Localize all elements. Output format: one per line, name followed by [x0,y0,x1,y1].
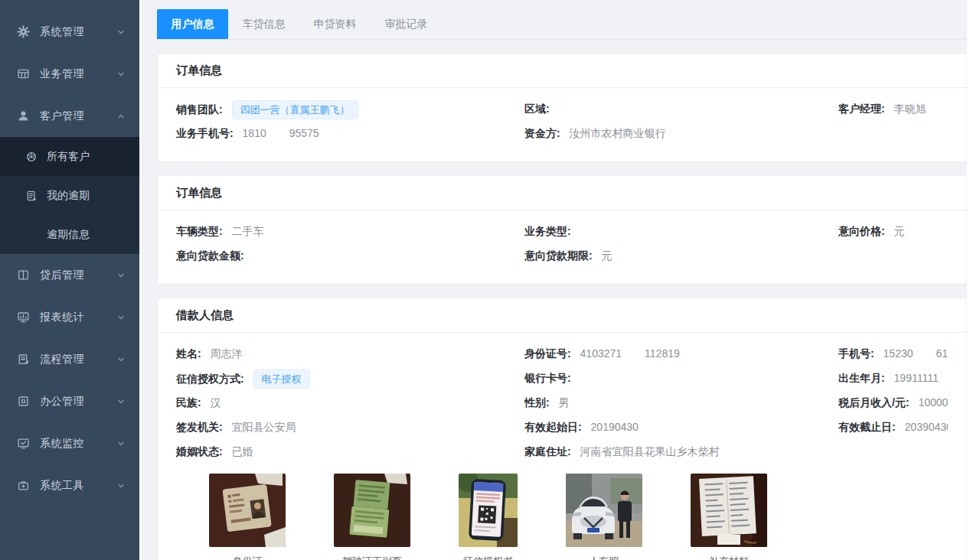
field-value: 元 [602,249,613,262]
card-title: 借款人信息 [158,298,966,333]
field-region: 区域: [524,103,838,116]
sidebar-item-report-statistics[interactable]: 报表统计 [0,296,139,338]
field-label: 区域: [524,103,550,115]
field-label: 税后月收入/元: [838,396,910,409]
sidebar-item-postloan-management[interactable]: 贷后管理 [0,254,139,296]
field-value: 二手车 [232,225,264,237]
field-label: 身份证号: [524,347,571,360]
field-gender: 性别: 男 [524,396,838,410]
order-info-card: 订单信息 销售团队: 四团一营（直属王鹏飞） 区域: 客户经理: 李晓旭 业务手… [157,53,967,162]
field-label: 出生年月: [838,372,885,384]
field-value: 181095575 [243,127,319,139]
clipboard-pen-icon [17,353,30,366]
tab-loan-application-docs[interactable]: 申贷资料 [299,9,371,39]
tab-approval-records[interactable]: 审批记录 [371,9,442,39]
photo-id-card[interactable]: 身份证 [209,474,286,560]
card-title: 订单信息 [158,176,966,210]
field-value: 汉 [211,396,221,409]
chevron-down-icon [116,28,126,37]
photo-caption: 补充材料 [691,555,767,560]
tab-car-loan-info[interactable]: 车贷信息 [228,9,299,39]
field-value: 河南省宜阳县花果山乡木柴村 [580,445,720,457]
id-card-image [209,474,286,547]
field-label: 有效起始日: [524,421,582,433]
sidebar-item-label: 贷后管理 [40,269,116,282]
main-content: 用户信息 车贷信息 申贷资料 审批记录 订单信息 销售团队: 四团一营（直属王鹏… [142,0,967,560]
phone-qr-image [459,474,518,547]
field-label: 意向价格: [838,225,885,237]
field-id-number: 身份证号: 4103271112819 [524,347,838,361]
value-prefix: 15230 [884,347,913,360]
sidebar-item-label: 流程管理 [40,353,116,366]
user-icon [17,109,30,122]
field-value: 宜阳县公安局 [232,421,296,433]
field-birth-date: 出生年月: 19911111 [838,372,948,386]
person-car-image [566,474,642,547]
photo-caption: 人车照 [566,555,642,560]
field-mobile-phone: 手机号: 152306137 [838,347,948,361]
grid-icon [17,67,30,80]
field-label: 有效截止日: [838,421,896,433]
field-issuing-authority: 签发机关: 宜阳县公安局 [176,421,524,435]
sidebar-item-office-management[interactable]: 办公管理 [0,380,139,422]
field-bank-card: 银行卡号: [524,372,838,386]
book-icon [17,269,30,282]
sidebar-item-label: 系统管理 [40,25,116,39]
field-intent-price: 意向价格: 元 [838,225,948,239]
field-value: 男 [559,396,570,409]
field-valid-to: 有效截止日: 20390430 [838,421,948,435]
vehicle-license-image [334,474,410,547]
field-home-address: 家庭住址: 河南省宜阳县花果山乡木柴村 [524,445,838,459]
sales-team-tag[interactable]: 四团一营（直属王鹏飞） [232,100,358,119]
sidebar-item-system-tools[interactable]: 系统工具 [0,464,139,506]
sidebar-item-system-management[interactable]: 系统管理 [0,11,139,53]
field-sales-team: 销售团队: 四团一营（直属王鹏飞） [176,100,524,119]
sidebar-subitem-my-overdue[interactable]: 我的逾期 [0,176,139,215]
field-label: 性别: [524,396,550,409]
photo-person-with-car[interactable]: 人车照 [566,474,642,560]
value-suffix: 95575 [289,127,319,139]
field-value: 李晓旭 [894,103,926,115]
field-label: 意向贷款期限: [524,249,593,262]
photo-caption: 身份证 [209,555,286,560]
photo-vehicle-license[interactable]: 驾驶证正副页 [334,474,410,560]
chevron-down-icon [116,355,126,364]
document-icon [25,190,38,202]
field-credit-auth-method: 征信授权方式: 电子授权 [176,370,524,389]
chevron-down-icon [116,481,126,490]
photo-credit-auth-qr[interactable]: 征信授权书 [459,474,518,560]
field-value: 元 [894,225,905,237]
redaction-mask [266,129,289,139]
value-suffix: 112819 [645,347,680,360]
field-label: 签发机关: [176,421,223,433]
sidebar-item-label: 系统工具 [40,479,116,493]
photo-document[interactable]: 补充材料 [691,474,767,560]
field-label: 征信授权方式: [176,373,244,385]
monitor-chart-icon [17,311,30,324]
sidebar-item-label: 系统监控 [40,437,116,451]
sidebar-item-customer-management[interactable]: 客户管理 [0,95,139,137]
handwritten-document-image [691,474,767,547]
tab-user-info[interactable]: 用户信息 [157,9,228,39]
sidebar-subitem-label: 逾期信息 [47,228,90,242]
credit-auth-tag[interactable]: 电子授权 [253,370,310,389]
sidebar-item-system-monitor[interactable]: 系统监控 [0,422,139,464]
sidebar-subitem-all-customers[interactable]: 所有客户 [0,137,139,176]
field-value: 152306137 [884,347,948,360]
redaction-mask [913,350,936,360]
chevron-down-icon [116,313,126,322]
sidebar-subitem-overdue-info[interactable]: 逾期信息 [0,215,139,254]
photo-caption: 征信授权书 [459,555,518,560]
chevron-up-icon [116,112,126,121]
sidebar-item-business-management[interactable]: 业务管理 [0,53,139,95]
gear-icon [17,25,30,38]
field-value: 20190430 [591,421,639,433]
field-label: 婚姻状态: [176,445,223,457]
field-label: 销售团队: [176,103,223,116]
field-label: 车辆类型: [176,225,223,237]
sidebar-subitem-label: 所有客户 [47,150,90,164]
sidebar-item-label: 客户管理 [40,109,116,123]
sidebar-item-label: 业务管理 [40,67,116,81]
sidebar-item-process-management[interactable]: 流程管理 [0,338,139,380]
field-label: 资金方: [524,127,560,139]
